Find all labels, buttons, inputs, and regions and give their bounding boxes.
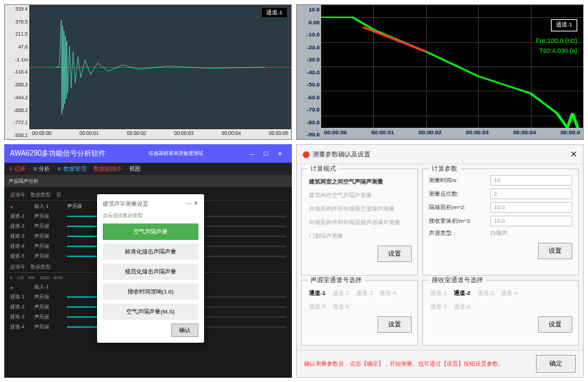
xtick: 00:00:03 (466, 129, 489, 138)
menu-view[interactable]: 视图 (129, 165, 141, 173)
ytick: 47.6 (6, 44, 28, 49)
mode-option[interactable]: 门窗隔声测量 (308, 229, 412, 243)
group-title: 声源室通道号选择 (308, 276, 365, 285)
decay-panel: 10.0 0.00 -10.0 -20.0 -30.0 -40.0 -50.0 … (296, 4, 584, 140)
ytick: 539.4 (6, 6, 28, 11)
noise-type-value: 白噪声 (490, 229, 507, 237)
mode-option[interactable]: 外墙面构件和外墙面扬声器噪声测量 (308, 216, 412, 229)
channel-option[interactable]: 通道-1 (309, 289, 325, 297)
group-title: 接收室通道号选择 (429, 276, 486, 285)
close-icon[interactable]: ✕ (570, 149, 577, 159)
waveform-trace (56, 15, 265, 119)
xtick: 00:00:02 (419, 129, 442, 138)
ytick: -10.0 (298, 31, 320, 38)
waveform-yaxis: 539.4 376.5 211.5 47.6 -1.1m -116.4 -280… (5, 5, 29, 139)
channel-option[interactable]: 通道-4 (501, 289, 517, 297)
measure-points-input[interactable] (490, 189, 572, 199)
ytick: -444.2 (6, 95, 28, 100)
menu-data[interactable]: ⊕ 数据管理 (57, 165, 86, 173)
popup-confirm-button[interactable]: 确认 (171, 323, 198, 337)
xtick: 00:00:04 (221, 131, 240, 138)
menu-record[interactable]: ⊙ 记录 (9, 165, 26, 173)
measure-type-popup: 建筑声学测量设置 — ✕ 点击选择数据类型 空气声隔声量 标准化撞击声隔声量 规… (97, 194, 204, 343)
close-icon[interactable]: ✕ (275, 151, 286, 157)
channel-option[interactable]: 通道-5 (430, 303, 447, 311)
ytick: -772.1 (6, 120, 28, 125)
ytick: -70.0 (298, 106, 320, 113)
xtick: 00:00:00 (324, 129, 347, 138)
channel-option[interactable]: 通道-1 (430, 289, 447, 297)
menu-group[interactable]: 数据组操作 (93, 165, 122, 173)
ytick: -20.0 (298, 44, 320, 51)
popup-title: 建筑声学测量设置 (103, 200, 148, 208)
xtick: 00:00:0 (560, 129, 580, 138)
app-title: AWA6290多功能信号分析软件 (10, 149, 106, 159)
measure-time-input[interactable] (490, 175, 572, 186)
measure-settings-dialog: ⬤测量参数确认及设置 ✕ 计算模式 建筑两室之间空气声隔声测量 建筑构件空气声隔… (296, 144, 584, 378)
app-subtitle: 传感器校准和灵敏度测试 (148, 150, 203, 157)
rcv-set-button[interactable]: 设置 (538, 316, 572, 333)
calc-mode-group: 计算模式 建筑两室之间空气声隔声测量 建筑构件空气声隔声测量 外墙面构件和外墙面… (301, 169, 418, 276)
ytick: -30.0 (298, 56, 320, 63)
minimize-icon[interactable]: — (246, 151, 258, 157)
wall-area-input[interactable] (490, 202, 572, 213)
ytick: 10.0 (298, 6, 320, 13)
src-set-button[interactable]: 设置 (377, 316, 412, 333)
mode-set-button[interactable]: 设置 (377, 246, 412, 262)
popup-option[interactable]: 接收时间混响(1.0) (103, 283, 198, 300)
tab-bar: 声源隔声分析 (4, 176, 292, 187)
ytick: 211.5 (6, 31, 28, 36)
calc-params-group: 计算参数 测量时间/s: 测量点位数: 隔墙面积/m^2: 接收室体积/m^3:… (422, 169, 579, 276)
waveform-canvas[interactable]: 通道-1 (29, 5, 291, 129)
maximize-icon[interactable]: ☐ (260, 151, 272, 157)
menu-analyze[interactable]: ⊙ 分析 (33, 165, 50, 173)
channel-option[interactable]: 通道-3 (356, 289, 372, 297)
ytick: 0.00 (298, 19, 320, 26)
warning-icon: ⬤ (303, 151, 310, 158)
window-titlebar[interactable]: AWA6290多功能信号分析软件 传感器校准和灵敏度测试 — ☐ ✕ (4, 144, 292, 163)
confirm-button[interactable]: 确定 (536, 355, 576, 373)
ytick: -936.1 (6, 133, 28, 138)
ytick: -608.2 (6, 108, 28, 113)
decay-yaxis: 10.0 0.00 -10.0 -20.0 -30.0 -40.0 -50.0 … (297, 5, 321, 139)
ytick: -60.0 (298, 94, 320, 101)
channel-option[interactable]: 通道-3 (477, 289, 494, 297)
room-volume-input[interactable] (490, 216, 572, 226)
mode-option[interactable]: 建筑两室之间空气声隔声测量 (308, 175, 412, 189)
dialog-titlebar[interactable]: ⬤测量参数确认及设置 ✕ (297, 145, 583, 164)
channel-option[interactable]: 通道-5 (309, 303, 325, 311)
mode-option[interactable]: 建筑构件空气声隔声测量 (308, 189, 412, 202)
group-title: 计算模式 (308, 164, 339, 174)
xtick: 00:00:04 (513, 129, 536, 138)
footer-hint: 确认测量参数后，点击【确定】，开始测量。也可通过【设置】按钮设置参数。 (304, 360, 504, 368)
channel-option[interactable]: 通道-2 (454, 289, 470, 297)
popup-option[interactable]: 空气声隔声量(M.S) (103, 303, 198, 320)
popup-close-icon[interactable]: — ✕ (186, 200, 198, 208)
waveform-panel: 539.4 376.5 211.5 47.6 -1.1m -116.4 -280… (4, 4, 292, 140)
popup-option[interactable]: 规范化撞击声隔声量 (103, 263, 198, 280)
channel-option[interactable]: 通道-6 (454, 303, 470, 311)
ytick: -90.0 (298, 131, 320, 138)
ytick: -40.0 (298, 69, 320, 76)
mode-option[interactable]: 外墙面构件和外墙面交通噪声测量 (308, 202, 412, 216)
channel-badge: 通道-1 (262, 8, 287, 17)
receive-channel-group: 接收室通道号选择 通道-1 通道-2 通道-3 通道-4 通道-5 通道-6 设… (422, 280, 579, 346)
xtick: 00:00:00 (32, 131, 51, 138)
popup-subtitle: 点击选择数据类型 (103, 212, 198, 219)
ytick: -80.0 (298, 119, 320, 126)
params-set-button[interactable]: 设置 (538, 243, 572, 259)
channel-option[interactable]: 通道-4 (380, 289, 396, 297)
waveform-xaxis: 00:00:00 00:00:01 00:00:02 00:00:03 00:0… (29, 129, 291, 139)
channel-option[interactable]: 通道-6 (333, 303, 349, 311)
decay-canvas[interactable]: 通道-1 Fre:100.0 (Hz) T60:4.030 (s) (321, 5, 583, 128)
tab-analysis[interactable]: 声源隔声分析 (9, 178, 39, 185)
analysis-software-window: AWA6290多功能信号分析软件 传感器校准和灵敏度测试 — ☐ ✕ ⊙ 记录 … (4, 144, 292, 378)
ytick: -1.1m (6, 57, 28, 62)
group-title: 计算参数 (429, 164, 460, 174)
channel-option[interactable]: 通道-2 (333, 289, 349, 297)
popup-option[interactable]: 空气声隔声量 (103, 223, 198, 240)
xtick: 00:00:03 (174, 131, 193, 138)
decay-xaxis: 00:00:00 00:00:01 00:00:02 00:00:03 00:0… (321, 128, 583, 139)
popup-option[interactable]: 标准化撞击声隔声量 (103, 243, 198, 260)
dialog-footer: 确认测量参数后，点击【确定】，开始测量。也可通过【设置】按钮设置参数。 确定 (297, 350, 583, 377)
